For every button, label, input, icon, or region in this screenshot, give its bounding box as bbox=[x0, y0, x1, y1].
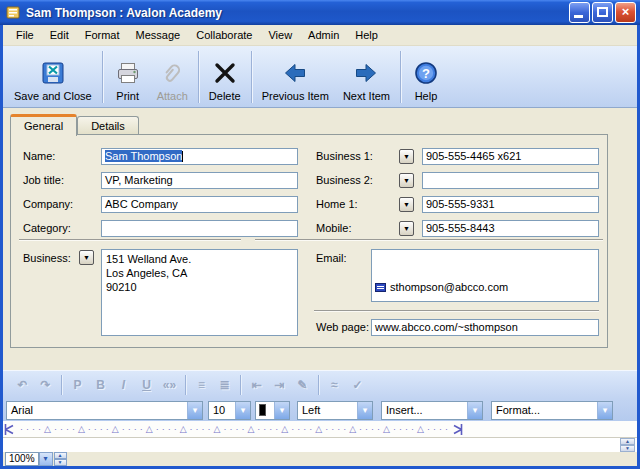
home1-input[interactable]: 905-555-9331 bbox=[422, 196, 599, 213]
menu-help[interactable]: Help bbox=[348, 27, 385, 43]
category-label: Category: bbox=[23, 222, 71, 234]
name-input[interactable]: Sam Thompson bbox=[101, 148, 298, 165]
save-and-close-button[interactable]: Save and Close bbox=[7, 49, 99, 105]
previous-item-button[interactable]: Previous Item bbox=[255, 49, 336, 105]
business1-input[interactable]: 905-555-4465 x621 bbox=[422, 148, 599, 165]
svg-text:?: ? bbox=[422, 66, 430, 81]
chevron-down-icon: ▾ bbox=[235, 402, 250, 419]
chevron-down-icon: ▼ bbox=[403, 177, 410, 184]
mobile-input[interactable]: 905-555-8443 bbox=[422, 220, 599, 237]
business-address-textarea[interactable]: 151 Welland Ave. Los Angeles, CA 90210 bbox=[101, 249, 298, 336]
font-family-value: Arial bbox=[7, 402, 187, 419]
menu-edit[interactable]: Edit bbox=[43, 27, 76, 43]
right-indent-marker[interactable] bbox=[451, 423, 464, 436]
numbered-list-icon[interactable]: ≣ bbox=[213, 378, 236, 392]
outdent-icon[interactable]: ⇤ bbox=[245, 378, 268, 392]
next-item-button[interactable]: Next Item bbox=[336, 49, 397, 105]
insert-value: Insert... bbox=[382, 402, 467, 419]
indent-icon[interactable]: ⇥ bbox=[268, 378, 291, 392]
left-indent-marker[interactable] bbox=[3, 423, 16, 436]
category-input[interactable] bbox=[101, 220, 298, 237]
button-label: Print bbox=[116, 90, 139, 102]
minimize-button[interactable] bbox=[569, 2, 590, 23]
print-button[interactable]: Print bbox=[106, 49, 150, 105]
tab-details[interactable]: Details bbox=[77, 116, 139, 135]
status-bar: 100% ▾ ▲ ▼ bbox=[3, 452, 637, 466]
bullet-list-icon[interactable]: ≡ bbox=[190, 378, 213, 392]
underline-icon[interactable]: U bbox=[135, 378, 158, 392]
monospace-icon[interactable]: «» bbox=[158, 378, 181, 392]
zoom-control[interactable]: 100% ▾ ▲ ▼ bbox=[5, 452, 67, 466]
email-list-item[interactable]: sthompson@abcco.com bbox=[372, 278, 598, 296]
plain-text-icon[interactable]: P bbox=[66, 378, 89, 392]
spin-up-icon[interactable]: ▲ bbox=[54, 452, 67, 459]
web-page-input[interactable]: www.abcco.com/~sthompson bbox=[371, 319, 599, 336]
zoom-spinner[interactable]: ▲ ▼ bbox=[54, 452, 67, 466]
insert-select[interactable]: Insert... ▾ bbox=[381, 401, 483, 420]
business-address-selector-button[interactable]: ▼ bbox=[79, 250, 94, 265]
tab-general[interactable]: General bbox=[10, 114, 77, 136]
message-body-area[interactable]: ▲ ▼ bbox=[3, 438, 637, 452]
attach-button[interactable]: Attach bbox=[150, 49, 195, 105]
company-input[interactable]: ABC Company bbox=[101, 196, 298, 213]
scroll-down-icon[interactable]: ▼ bbox=[620, 445, 635, 452]
spellcheck-icon[interactable]: ✓ bbox=[346, 378, 369, 392]
toolbar-separator bbox=[318, 375, 319, 395]
font-size-select[interactable]: 10 ▾ bbox=[208, 401, 251, 420]
title-bar: Sam Thompson : Avalon Academy × bbox=[0, 0, 640, 25]
alignment-select[interactable]: Left ▾ bbox=[297, 401, 373, 420]
app-icon bbox=[6, 5, 21, 20]
text-color-icon[interactable]: ✎ bbox=[291, 378, 314, 392]
chevron-down-icon[interactable]: ▾ bbox=[39, 452, 53, 466]
redo-icon[interactable]: ↷ bbox=[34, 378, 57, 392]
business2-selector-button[interactable]: ▼ bbox=[399, 173, 414, 188]
save-and-close-icon bbox=[40, 57, 66, 89]
business2-input[interactable] bbox=[422, 172, 599, 189]
menu-file[interactable]: File bbox=[9, 27, 41, 43]
signature-icon[interactable]: ≈ bbox=[323, 378, 346, 392]
tab-stop-markers[interactable]: ····△····△····△····△····△····△····△····△… bbox=[20, 424, 451, 434]
chevron-down-icon: ▾ bbox=[274, 402, 289, 419]
toolbar-separator bbox=[61, 375, 62, 395]
font-family-select[interactable]: Arial ▾ bbox=[6, 401, 203, 420]
home1-selector-button[interactable]: ▼ bbox=[399, 197, 414, 212]
web-page-label: Web page: bbox=[316, 321, 369, 333]
menu-message[interactable]: Message bbox=[129, 27, 188, 43]
font-size-value: 10 bbox=[209, 402, 235, 419]
button-label: Help bbox=[415, 90, 438, 102]
chevron-down-icon: ▼ bbox=[403, 225, 410, 232]
text-color-select[interactable]: ▾ bbox=[255, 401, 290, 420]
close-button[interactable]: × bbox=[615, 2, 636, 23]
delete-button[interactable]: Delete bbox=[202, 49, 248, 105]
italic-icon[interactable]: I bbox=[112, 378, 135, 392]
business1-selector-button[interactable]: ▼ bbox=[399, 149, 414, 164]
format-select[interactable]: Format... ▾ bbox=[491, 401, 613, 420]
menu-view[interactable]: View bbox=[261, 27, 299, 43]
alignment-value: Left bbox=[298, 402, 357, 419]
color-swatch bbox=[259, 404, 266, 416]
maximize-button[interactable] bbox=[592, 2, 613, 23]
help-button[interactable]: ? Help bbox=[404, 49, 448, 105]
window-border-left bbox=[0, 25, 3, 469]
selected-text: Sam Thompson bbox=[105, 150, 182, 162]
mobile-label: Mobile: bbox=[316, 222, 351, 234]
bold-icon[interactable]: B bbox=[89, 378, 112, 392]
undo-icon[interactable]: ↶ bbox=[11, 378, 34, 392]
job-title-input[interactable]: VP, Marketing bbox=[101, 172, 298, 189]
chevron-down-icon: ▼ bbox=[403, 153, 410, 160]
menu-collaborate[interactable]: Collaborate bbox=[189, 27, 259, 43]
toolbar-separator bbox=[240, 375, 241, 395]
scroll-up-icon[interactable]: ▲ bbox=[620, 438, 635, 445]
company-label: Company: bbox=[23, 198, 73, 210]
menu-format[interactable]: Format bbox=[78, 27, 127, 43]
zoom-level-value[interactable]: 100% bbox=[5, 452, 39, 466]
body-scrollbar[interactable]: ▲ ▼ bbox=[620, 438, 635, 452]
mobile-selector-button[interactable]: ▼ bbox=[399, 221, 414, 236]
tab-strip: General Details bbox=[10, 114, 139, 135]
spin-down-icon[interactable]: ▼ bbox=[54, 459, 67, 466]
toolbar-separator bbox=[251, 51, 252, 103]
toolbar-separator bbox=[400, 51, 401, 103]
format-toolbar: ↶ ↷ P B I U «» ≡ ≣ ⇤ ⇥ ✎ ≈ ✓ Arial ▾ 10 … bbox=[3, 370, 637, 421]
menu-admin[interactable]: Admin bbox=[301, 27, 346, 43]
email-listbox[interactable]: sthompson@abcco.com bbox=[371, 249, 599, 302]
